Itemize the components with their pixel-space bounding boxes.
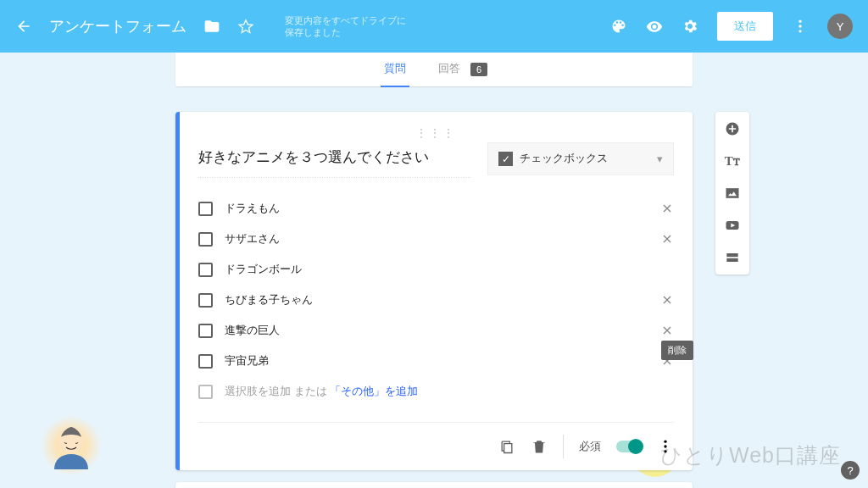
- settings-icon[interactable]: [682, 18, 698, 35]
- svg-point-1: [798, 25, 801, 27]
- question-card-next[interactable]: お名前*: [175, 482, 693, 488]
- add-option-text: 選択肢を追加 または 「その他」を追加: [225, 384, 674, 399]
- form-title[interactable]: アンケートフォーム: [49, 16, 186, 36]
- checkbox-icon: [498, 152, 513, 166]
- remove-option-icon[interactable]: [660, 293, 674, 307]
- help-icon[interactable]: ?: [841, 461, 860, 480]
- option-label[interactable]: ドラえもん: [225, 201, 648, 216]
- remove-option-icon[interactable]: [660, 232, 674, 246]
- palette-icon[interactable]: [610, 18, 627, 35]
- save-status: 変更内容をすべてドライブに 保存しました: [285, 14, 406, 39]
- presenter-avatar: [41, 415, 102, 476]
- svg-rect-7: [726, 188, 739, 198]
- delete-tooltip: 削除: [661, 341, 693, 360]
- question-card[interactable]: ⋮⋮⋮ 好きなアニメを３つ選んでください チェックボックス ▾ ドラえもん サザ…: [175, 112, 693, 470]
- trash-icon[interactable]: [531, 438, 548, 455]
- question-title-input[interactable]: 好きなアニメを３つ選んでください: [198, 142, 470, 178]
- account-avatar[interactable]: Y: [827, 14, 853, 39]
- add-title-icon[interactable]: Tᴛ: [724, 152, 741, 169]
- checkbox-icon: [198, 385, 213, 399]
- add-video-icon[interactable]: [724, 217, 741, 234]
- back-arrow-icon[interactable]: [15, 18, 32, 35]
- add-image-icon[interactable]: [724, 185, 741, 202]
- option-row[interactable]: ドラゴンボール: [198, 254, 674, 285]
- add-other-link[interactable]: 「その他」を追加: [330, 385, 418, 397]
- svg-rect-9: [726, 253, 737, 257]
- watermark-text: ひとりWeb口講座: [660, 441, 841, 469]
- option-row[interactable]: ちびまる子ちゃん: [198, 285, 674, 315]
- option-label[interactable]: ちびまる子ちゃん: [225, 292, 648, 308]
- chevron-down-icon: ▾: [657, 152, 663, 165]
- option-label[interactable]: 進撃の巨人: [225, 323, 648, 338]
- preview-icon[interactable]: [646, 18, 663, 35]
- duplicate-icon[interactable]: [498, 438, 515, 455]
- options-list: ドラえもん サザエさん ドラゴンボール ちびまる子ちゃん 進撃の巨人 宇宙兄弟 …: [198, 193, 674, 407]
- question-type-select[interactable]: チェックボックス ▾: [487, 142, 674, 175]
- drag-handle-icon[interactable]: ⋮⋮⋮: [198, 127, 674, 139]
- tab-bar: 質問 回答 6: [175, 53, 693, 86]
- option-label[interactable]: 宇宙兄弟: [225, 353, 648, 369]
- option-label[interactable]: サザエさん: [225, 231, 648, 247]
- app-header: アンケートフォーム 変更内容をすべてドライブに 保存しました 送信 Y: [0, 0, 868, 53]
- remove-option-icon[interactable]: [660, 324, 674, 337]
- folder-icon[interactable]: [203, 18, 220, 35]
- divider: [563, 435, 564, 458]
- remove-option-icon[interactable]: [660, 202, 674, 215]
- add-option-row[interactable]: 選択肢を追加 または 「その他」を追加: [198, 376, 674, 407]
- send-button[interactable]: 送信: [717, 12, 773, 41]
- tab-responses[interactable]: 回答: [435, 52, 464, 87]
- checkbox-icon: [198, 202, 213, 216]
- question-toolbar: Tᴛ: [715, 112, 749, 274]
- add-section-icon[interactable]: [724, 249, 741, 266]
- star-icon[interactable]: [237, 18, 254, 35]
- checkbox-icon: [198, 324, 213, 338]
- add-question-icon[interactable]: [724, 120, 741, 137]
- checkbox-icon: [198, 354, 213, 369]
- required-toggle[interactable]: [616, 441, 642, 452]
- option-row[interactable]: 宇宙兄弟: [198, 346, 674, 376]
- svg-point-0: [798, 20, 801, 23]
- option-row[interactable]: サザエさん: [198, 224, 674, 254]
- svg-point-2: [798, 30, 801, 32]
- more-vert-icon[interactable]: [792, 18, 809, 35]
- checkbox-icon: [198, 293, 213, 308]
- tab-questions[interactable]: 質問: [381, 52, 409, 87]
- svg-rect-10: [726, 258, 737, 262]
- required-label: 必須: [579, 439, 601, 454]
- question-type-label: チェックボックス: [520, 152, 608, 166]
- checkbox-icon: [198, 263, 213, 277]
- option-row[interactable]: ドラえもん: [198, 193, 674, 224]
- option-label[interactable]: ドラゴンボール: [225, 262, 648, 277]
- checkbox-icon: [198, 232, 213, 247]
- response-count-badge: 6: [470, 63, 487, 76]
- question-footer: 必須: [198, 422, 674, 470]
- option-row[interactable]: 進撃の巨人: [198, 315, 674, 346]
